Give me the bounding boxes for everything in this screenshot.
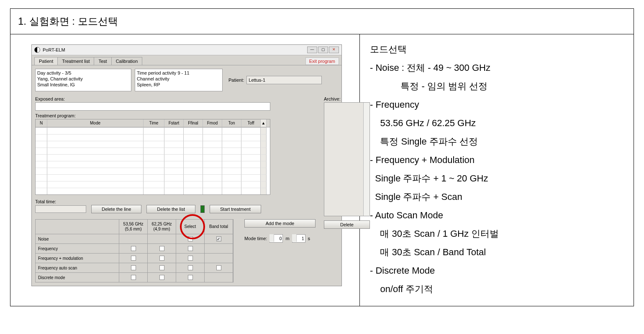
col-ffinal: Ffinal (184, 119, 203, 127)
mode-grid: 53,56 GHz (5,6 mm) 62,25 GHz (4,9 mm) Se… (35, 219, 233, 282)
patient-input[interactable] (246, 76, 322, 84)
patient-field: Patient: (228, 69, 322, 91)
list-item[interactable]: Day activity - 3/5 (37, 70, 129, 76)
patient-label: Patient: (228, 78, 244, 83)
note-line: - Frequency + Modulation (370, 151, 625, 169)
mode-col-band-total: Band total (205, 220, 233, 234)
total-row: Total time: (35, 199, 320, 204)
mode-col-6225: 62,25 GHz (4,9 mm) (148, 220, 176, 234)
checkbox-icon (188, 265, 193, 270)
note-line: Single 주파수 + Scan (370, 188, 625, 206)
note-line: on/off 주기적 (370, 280, 625, 298)
checkbox-icon (188, 246, 193, 251)
mode-row-discrete: Discrete mode (36, 273, 119, 282)
unit-s: s (308, 236, 310, 241)
tab-test[interactable]: Test (94, 57, 111, 65)
col-fmod: Fmod (203, 119, 222, 127)
checkbox-icon (159, 275, 164, 280)
window-close-button[interactable]: ✕ (329, 47, 339, 53)
checkbox-icon (216, 265, 221, 270)
note-line: Single 주파수 + 1 ~ 20 GHz (370, 169, 625, 188)
checkbox-icon (131, 256, 136, 261)
delete-line-button[interactable]: Delete the line (91, 205, 141, 213)
section-title: 1. 실험화면 : 모드선택 (10, 9, 634, 34)
left-panel: Exposed area: Treatment program: N Mode … (35, 94, 320, 282)
note-line: 특정 Single 주파수 선정 (370, 132, 625, 151)
main-split: Exposed area: Treatment program: N Mode … (35, 94, 338, 282)
col-fstart: Fstart (164, 119, 184, 127)
mode-time-label: Mode time: (244, 236, 267, 241)
window-body: Day activity - 3/5 Yang, Channel activit… (32, 65, 341, 286)
document-table: 1. 실험화면 : 모드선택 PoRT-ELM — ▢ ✕ Patient Tr… (10, 8, 634, 306)
mode-panel: 53,56 GHz (5,6 mm) 62,25 GHz (4,9 mm) Se… (35, 219, 320, 282)
checkbox-icon (188, 236, 193, 241)
window-minimize-button[interactable]: — (307, 47, 317, 53)
activity-list-2[interactable]: Time period activity 9 - 11 Channel acti… (135, 69, 223, 91)
note-line: 53.56 GHz / 62.25 GHz (370, 114, 625, 132)
mode-col-5356: 53,56 GHz (5,6 mm) (119, 220, 148, 234)
note-line: 매 30초 Scan / 1 GHz 인터벌 (370, 225, 625, 243)
treatment-program-label: Treatment program: (35, 113, 320, 118)
treatment-table: N Mode Time Fstart Ffinal Fmod Ton Toff … (35, 119, 270, 195)
mode-time-minutes[interactable]: 0 (269, 234, 283, 243)
list-item[interactable]: Yang, Channel activity (37, 76, 129, 82)
mode-col-select: Select (176, 220, 205, 234)
top-row: Day activity - 3/5 Yang, Channel activit… (35, 69, 338, 91)
note-line: - Discrete Mode (370, 262, 625, 280)
col-ton: Ton (222, 119, 241, 127)
title-bar: PoRT-ELM — ▢ ✕ (32, 45, 341, 55)
tab-patient[interactable]: Patient (34, 57, 58, 65)
archive-list[interactable] (324, 102, 370, 216)
note-line: 매 30초 Scan / Band Total (370, 243, 625, 262)
checkbox-icon (131, 265, 136, 270)
tab-treatment-list[interactable]: Treatment list (57, 57, 94, 65)
tab-strip: Patient Treatment list Test Calibration … (32, 55, 341, 65)
total-time-field (35, 205, 86, 213)
mode-row-auto-scan: Frequency auto scan (36, 263, 119, 272)
mode-side: Add the mode Mode time: 0 m 1 s (244, 219, 320, 243)
col-n: N (36, 119, 47, 127)
exposed-area-input[interactable] (35, 102, 270, 111)
checkbox-icon (159, 256, 164, 261)
delete-list-button[interactable]: Delete the list (146, 205, 195, 213)
content-row: PoRT-ELM — ▢ ✕ Patient Treatment list Te… (10, 34, 634, 306)
col-toff: Toff (241, 119, 261, 127)
list-item[interactable]: Spleen, RP (137, 82, 221, 88)
app-icon (34, 47, 40, 53)
note-line: 모드선택 (370, 40, 625, 59)
start-treatment-button[interactable]: Start treatment (210, 205, 261, 213)
tab-calibration[interactable]: Calibration (111, 57, 143, 65)
exit-program-button[interactable]: Exit program (305, 57, 339, 65)
list-item[interactable]: Channel activity (137, 76, 221, 82)
mode-time-seconds[interactable]: 1 (292, 234, 305, 243)
table-body[interactable] (36, 127, 270, 194)
checkbox-icon (131, 275, 136, 280)
activity-list-1[interactable]: Day activity - 3/5 Yang, Channel activit… (35, 69, 131, 91)
status-led-icon (200, 205, 205, 213)
unit-m: m (285, 236, 289, 241)
checkbox-icon (188, 256, 193, 261)
window-maximize-button[interactable]: ▢ (318, 47, 328, 53)
screenshot-cell: PoRT-ELM — ▢ ✕ Patient Treatment list Te… (10, 34, 360, 306)
checkbox-icon: ✓ (216, 236, 221, 241)
note-line: - Noise : 전체 - 49 ~ 300 GHz (370, 59, 625, 77)
mode-row-frequency: Frequency (36, 244, 119, 253)
total-time-label: Total time: (35, 199, 56, 204)
list-item[interactable]: Time period activity 9 - 11 (137, 70, 221, 76)
app-window: PoRT-ELM — ▢ ✕ Patient Treatment list Te… (31, 44, 342, 286)
checkbox-icon (188, 275, 193, 280)
exposed-area-label: Exposed area: (35, 96, 320, 101)
mode-row-noise: Noise (36, 234, 119, 243)
note-line: - Auto Scan Mode (370, 206, 625, 225)
add-mode-button[interactable]: Add the mode (244, 219, 316, 228)
list-item[interactable]: Small Intestine, IG (37, 82, 129, 88)
note-line: - Frequency (370, 96, 625, 114)
app-title: PoRT-ELM (43, 47, 306, 52)
note-line: 특정 - 임의 범위 선정 (370, 77, 625, 96)
mode-row-freq-mod: Frequency + modulation (36, 254, 119, 263)
checkbox-icon (159, 246, 164, 251)
checkbox-icon (131, 246, 136, 251)
col-mode: Mode (47, 119, 144, 127)
mode-time-row: Mode time: 0 m 1 s (244, 234, 320, 243)
table-header: N Mode Time Fstart Ffinal Fmod Ton Toff … (36, 119, 270, 127)
